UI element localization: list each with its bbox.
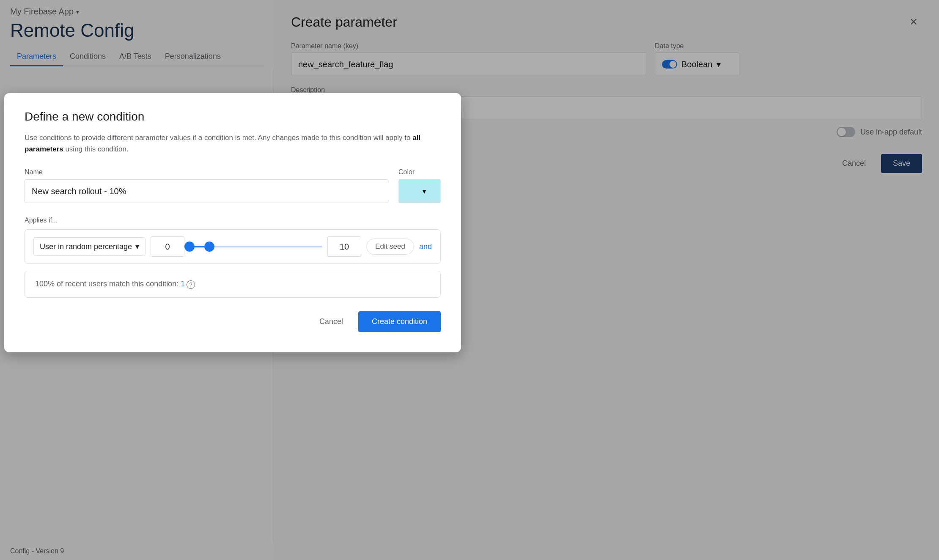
slider-thumb-right[interactable] (204, 242, 214, 252)
define-condition-dialog: Define a new condition Use conditions to… (4, 93, 461, 352)
condition-name-input[interactable] (25, 179, 388, 203)
dialog-description: Use conditions to provide different para… (25, 132, 441, 155)
and-link[interactable]: and (419, 242, 432, 251)
slider-track (189, 246, 322, 247)
color-chevron-icon: ▾ (423, 187, 426, 195)
match-info-text: 100% of recent users match this conditio… (35, 280, 181, 288)
slider-thumb-left[interactable] (184, 242, 195, 252)
dialog-desc-part2: using this condition. (63, 145, 129, 153)
name-field-label: Name (25, 168, 388, 176)
condition-type-chevron-icon: ▾ (135, 242, 139, 251)
range-slider[interactable] (189, 236, 322, 257)
dialog-actions: Cancel Create condition (25, 311, 441, 332)
color-dropdown[interactable]: ▾ (398, 179, 441, 203)
range-min-input[interactable] (151, 236, 184, 257)
applies-if-label: Applies if... (25, 217, 441, 224)
name-color-row: Name Color ▾ (25, 168, 441, 203)
edit-seed-button[interactable]: Edit seed (366, 239, 414, 255)
condition-type-select[interactable]: User in random percentage ▾ (33, 237, 146, 256)
condition-row: User in random percentage ▾ Edit seed an… (25, 229, 441, 264)
condition-type-text: User in random percentage (40, 242, 132, 251)
color-field-label: Color (398, 168, 441, 176)
match-count: 1 (181, 280, 185, 288)
dialog-desc-part1: Use conditions to provide different para… (25, 134, 412, 142)
match-help-icon[interactable]: ? (187, 280, 195, 289)
range-max-input[interactable] (327, 236, 361, 257)
match-info-box: 100% of recent users match this conditio… (25, 271, 441, 298)
create-condition-button[interactable]: Create condition (358, 311, 441, 332)
condition-name-group: Name (25, 168, 388, 203)
cancel-condition-button[interactable]: Cancel (311, 312, 351, 331)
dialog-title: Define a new condition (25, 110, 441, 124)
color-swatch (406, 184, 419, 198)
color-group: Color ▾ (398, 168, 441, 203)
